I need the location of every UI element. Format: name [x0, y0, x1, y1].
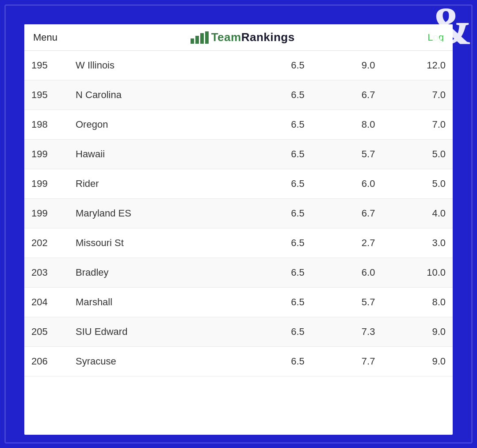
logo-rankings-text: Rankings — [241, 30, 295, 44]
logo: TeamRankings — [191, 30, 295, 44]
stat-cell-1: 6.5 — [241, 110, 312, 140]
stat-cell-1: 6.5 — [241, 140, 312, 169]
stat-cell-3: 5.0 — [382, 169, 453, 199]
table-row: 204 Marshall 6.5 5.7 8.0 — [24, 288, 453, 317]
team-name-cell[interactable]: Rider — [69, 169, 241, 199]
rank-cell: 203 — [24, 258, 69, 288]
table-row: 195 N Carolina 6.5 6.7 7.0 — [24, 80, 453, 110]
rank-cell: 198 — [24, 110, 69, 140]
stat-cell-3: 8.0 — [382, 288, 453, 317]
stat-cell-2: 6.7 — [312, 199, 382, 228]
stat-cell-1: 6.5 — [241, 258, 312, 288]
menu-label[interactable]: Menu — [33, 32, 57, 43]
stat-cell-2: 7.3 — [312, 317, 382, 347]
table-row: 199 Rider 6.5 6.0 5.0 — [24, 169, 453, 199]
header: Menu TeamRankings Log — [24, 24, 453, 51]
logo-bar-2 — [195, 36, 199, 44]
table-row: 206 Syracuse 6.5 7.7 9.0 — [24, 347, 453, 376]
logo-text: TeamRankings — [211, 30, 295, 44]
stat-cell-3: 4.0 — [382, 199, 453, 228]
logo-team-text: Team — [211, 30, 241, 44]
stat-cell-2: 7.7 — [312, 347, 382, 376]
stat-cell-2: 5.7 — [312, 288, 382, 317]
stat-cell-3: 9.0 — [382, 317, 453, 347]
table-row: 195 W Illinois 6.5 9.0 12.0 — [24, 51, 453, 80]
team-name-cell[interactable]: Marshall — [69, 288, 241, 317]
stat-cell-2: 6.0 — [312, 258, 382, 288]
stat-cell-2: 2.7 — [312, 228, 382, 258]
stat-cell-1: 6.5 — [241, 288, 312, 317]
stat-cell-3: 7.0 — [382, 80, 453, 110]
stat-cell-1: 6.5 — [241, 317, 312, 347]
stat-cell-1: 6.5 — [241, 347, 312, 376]
table-row: 198 Oregon 6.5 8.0 7.0 — [24, 110, 453, 140]
logo-bar-3 — [200, 33, 204, 44]
rankings-table: 195 W Illinois 6.5 9.0 12.0 195 N Caroli… — [24, 51, 453, 376]
rank-cell: 205 — [24, 317, 69, 347]
stat-cell-2: 8.0 — [312, 110, 382, 140]
stat-cell-1: 6.5 — [241, 80, 312, 110]
table-row: 202 Missouri St 6.5 2.7 3.0 — [24, 228, 453, 258]
stat-cell-3: 9.0 — [382, 347, 453, 376]
team-name-cell[interactable]: Bradley — [69, 258, 241, 288]
rank-cell: 195 — [24, 80, 69, 110]
ampersand-decoration: & — [428, 0, 473, 53]
stat-cell-2: 6.7 — [312, 80, 382, 110]
rank-cell: 202 — [24, 228, 69, 258]
rank-cell: 204 — [24, 288, 69, 317]
main-container: Menu TeamRankings Log 195 W Illinois 6.5… — [24, 24, 453, 435]
stat-cell-1: 6.5 — [241, 199, 312, 228]
team-name-cell[interactable]: SIU Edward — [69, 317, 241, 347]
stat-cell-3: 3.0 — [382, 228, 453, 258]
stat-cell-2: 9.0 — [312, 51, 382, 80]
stat-cell-1: 6.5 — [241, 169, 312, 199]
stat-cell-2: 6.0 — [312, 169, 382, 199]
stat-cell-1: 6.5 — [241, 228, 312, 258]
logo-bar-1 — [191, 38, 194, 44]
stat-cell-1: 6.5 — [241, 51, 312, 80]
logo-bar-4 — [205, 31, 209, 44]
logo-bars-icon — [191, 31, 209, 44]
stat-cell-3: 10.0 — [382, 258, 453, 288]
rank-cell: 206 — [24, 347, 69, 376]
stat-cell-2: 5.7 — [312, 140, 382, 169]
team-name-cell[interactable]: Maryland ES — [69, 199, 241, 228]
table-row: 203 Bradley 6.5 6.0 10.0 — [24, 258, 453, 288]
rank-cell: 199 — [24, 169, 69, 199]
stat-cell-3: 5.0 — [382, 140, 453, 169]
team-name-cell[interactable]: Syracuse — [69, 347, 241, 376]
team-name-cell[interactable]: Oregon — [69, 110, 241, 140]
rank-cell: 195 — [24, 51, 69, 80]
rank-cell: 199 — [24, 140, 69, 169]
team-name-cell[interactable]: Hawaii — [69, 140, 241, 169]
stat-cell-3: 7.0 — [382, 110, 453, 140]
team-name-cell[interactable]: N Carolina — [69, 80, 241, 110]
rank-cell: 199 — [24, 199, 69, 228]
team-name-cell[interactable]: Missouri St — [69, 228, 241, 258]
table-row: 199 Maryland ES 6.5 6.7 4.0 — [24, 199, 453, 228]
table-row: 205 SIU Edward 6.5 7.3 9.0 — [24, 317, 453, 347]
table-row: 199 Hawaii 6.5 5.7 5.0 — [24, 140, 453, 169]
team-name-cell[interactable]: W Illinois — [69, 51, 241, 80]
